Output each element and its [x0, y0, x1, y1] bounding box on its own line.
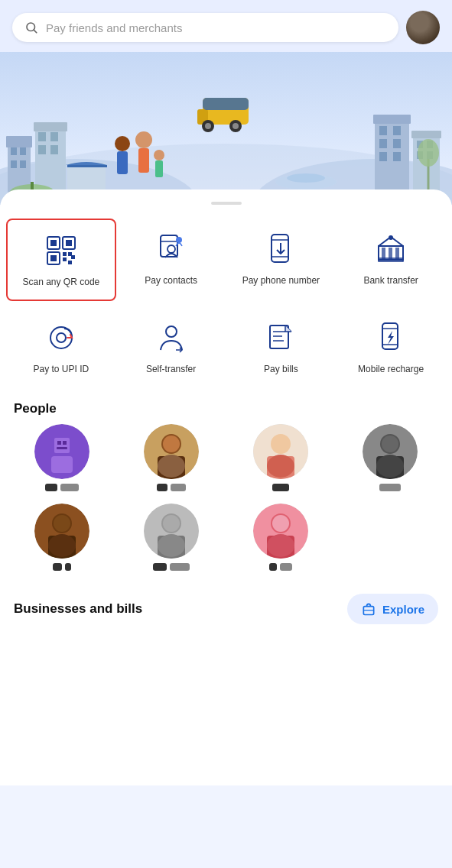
search-placeholder-text: Pay friends and merchants: [46, 21, 182, 34]
svg-point-38: [205, 123, 211, 129]
svg-point-104: [267, 455, 294, 478]
person-avatar-1: [34, 424, 89, 479]
person-avatar-7: [253, 504, 308, 559]
svg-point-113: [54, 515, 70, 532]
bottom-bar: Businesses and bills Explore: [0, 581, 452, 636]
svg-rect-76: [389, 248, 392, 260]
svg-point-34: [418, 139, 439, 167]
svg-point-66: [176, 237, 182, 243]
pay-contacts-button[interactable]: Pay contacts: [116, 219, 226, 301]
svg-rect-16: [50, 145, 58, 154]
svg-rect-21: [379, 126, 387, 135]
svg-rect-62: [68, 261, 72, 264]
svg-point-46: [154, 150, 164, 160]
svg-point-40: [233, 123, 239, 129]
self-transfer-button[interactable]: Self-transfer: [116, 307, 226, 387]
people-grid: [0, 424, 452, 578]
svg-rect-9: [11, 160, 17, 168]
svg-rect-95: [51, 456, 73, 473]
person-item-4[interactable]: [338, 424, 441, 491]
pay-bills-button[interactable]: Pay bills: [226, 307, 337, 387]
bank-transfer-icon: [371, 229, 411, 269]
mobile-recharge-button[interactable]: Mobile recharge: [336, 307, 446, 387]
person-item-1[interactable]: [11, 424, 114, 491]
svg-point-114: [48, 534, 76, 557]
person-item-5[interactable]: [11, 504, 114, 571]
svg-point-42: [115, 136, 130, 151]
pay-phone-label: Pay phone number: [242, 275, 320, 287]
scan-qr-icon: [41, 231, 81, 270]
user-avatar[interactable]: [406, 11, 440, 44]
svg-rect-45: [138, 148, 149, 173]
svg-rect-15: [38, 145, 46, 154]
drag-handle: [211, 202, 242, 205]
person-name-6: [153, 563, 190, 571]
businesses-section-title: Businesses and bills: [14, 601, 142, 617]
pay-phone-button[interactable]: Pay phone number: [226, 219, 337, 301]
person-avatar-2: [144, 424, 199, 479]
svg-rect-7: [11, 147, 17, 155]
pay-upi-icon: [41, 318, 81, 358]
svg-rect-22: [393, 126, 401, 135]
svg-point-108: [382, 436, 398, 452]
scan-qr-button[interactable]: Scan any QR code: [6, 219, 116, 301]
action-grid-row2: Pay to UPI ID Self-transfer: [0, 307, 452, 393]
search-icon: [24, 21, 38, 34]
svg-rect-14: [50, 132, 58, 141]
person-item-6[interactable]: [120, 504, 223, 571]
svg-rect-13: [38, 132, 46, 141]
svg-rect-41: [203, 98, 249, 110]
person-avatar-5: [34, 504, 89, 559]
pay-contacts-icon: [151, 229, 191, 269]
hero-illustration: [0, 52, 452, 205]
bank-transfer-button[interactable]: Bank transfer: [336, 219, 446, 301]
pay-upi-button[interactable]: Pay to UPI ID: [6, 307, 116, 387]
pay-bills-icon: [261, 318, 301, 358]
pay-phone-icon: [261, 229, 301, 269]
svg-rect-91: [54, 438, 70, 453]
svg-point-124: [267, 534, 294, 557]
svg-rect-60: [71, 255, 75, 259]
svg-rect-23: [379, 139, 387, 148]
svg-point-65: [167, 245, 175, 253]
svg-point-123: [272, 515, 289, 532]
svg-rect-24: [393, 139, 401, 148]
svg-point-44: [135, 131, 152, 148]
svg-rect-18: [67, 165, 107, 167]
pay-bills-label: Pay bills: [264, 364, 298, 376]
svg-rect-43: [117, 151, 128, 174]
svg-rect-6: [6, 136, 32, 147]
svg-rect-25: [379, 152, 387, 161]
person-name-4: [379, 484, 401, 491]
person-item-2[interactable]: [120, 424, 223, 491]
search-bar[interactable]: Pay friends and merchants: [12, 13, 398, 42]
svg-point-119: [158, 534, 185, 557]
svg-point-78: [389, 235, 393, 240]
self-transfer-icon: [151, 318, 191, 358]
svg-rect-55: [66, 240, 72, 246]
mobile-recharge-icon: [371, 318, 411, 358]
person-name-3: [272, 484, 289, 491]
svg-rect-61: [63, 257, 67, 261]
pay-upi-label: Pay to UPI ID: [34, 364, 89, 376]
svg-point-100: [158, 455, 185, 478]
svg-rect-92: [57, 441, 61, 445]
bag-icon: [361, 601, 376, 617]
svg-rect-58: [63, 252, 67, 256]
main-card: Scan any QR code Pay contacts: [0, 189, 452, 785]
explore-button[interactable]: Explore: [347, 594, 438, 624]
svg-rect-20: [373, 115, 411, 124]
svg-rect-26: [393, 152, 401, 161]
person-avatar-4: [363, 424, 418, 479]
person-avatar-3: [253, 424, 308, 479]
person-item-3[interactable]: [229, 424, 333, 491]
person-name-1: [45, 484, 79, 491]
people-section-title: People: [0, 392, 452, 424]
person-item-7[interactable]: [229, 504, 333, 571]
explore-label: Explore: [382, 603, 424, 616]
person-avatar-6: [144, 504, 199, 559]
person-name-2: [157, 484, 186, 491]
svg-rect-12: [34, 122, 67, 131]
svg-rect-28: [411, 131, 441, 138]
svg-rect-94: [57, 447, 67, 449]
